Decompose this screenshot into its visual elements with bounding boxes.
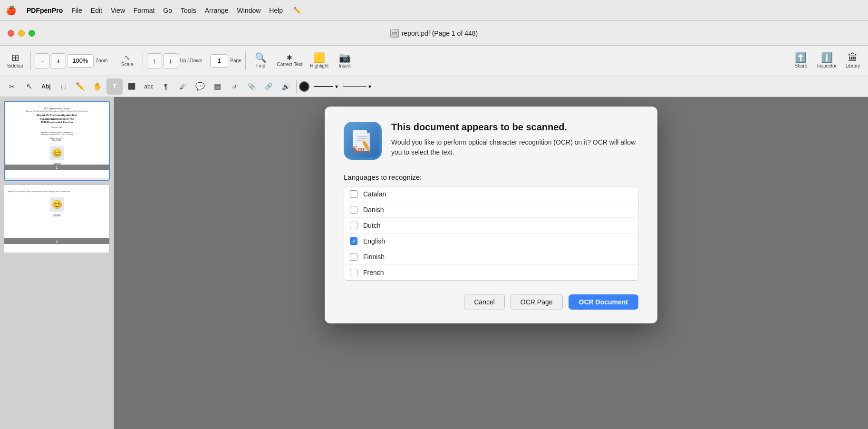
divider-5: [245, 51, 246, 70]
menu-arrange[interactable]: Arrange: [205, 7, 229, 14]
ocr-dialog: Sm This document appears to be scanned. …: [325, 107, 657, 323]
dialog-title-area: This document appears to be scanned. Wou…: [391, 122, 638, 157]
page-down-button[interactable]: ↓: [163, 53, 178, 68]
zoom-out-button[interactable]: −: [35, 53, 50, 68]
english-checkbox[interactable]: [350, 237, 357, 245]
tool-text-select[interactable]: Ab|: [38, 78, 54, 95]
color-picker[interactable]: [299, 81, 309, 92]
tool-text-para[interactable]: ¶: [158, 78, 174, 95]
lang-item-french[interactable]: French: [344, 265, 638, 280]
catalan-checkbox[interactable]: [350, 190, 357, 198]
tool-pencil[interactable]: 🖊: [175, 78, 191, 95]
lang-item-dutch[interactable]: Dutch: [344, 218, 638, 234]
thumb-footer-1: [5, 178, 109, 180]
app-name[interactable]: PDFpenPro: [27, 7, 63, 14]
pdf-content-area: -6(e): [114, 97, 868, 429]
line-style-dropdown-icon[interactable]: ▾: [368, 83, 371, 90]
tool-text-edit[interactable]: T: [106, 78, 123, 95]
finnish-checkbox[interactable]: [350, 253, 357, 261]
lang-section-label: Languages to recognize:: [344, 173, 638, 181]
correct-text-button[interactable]: ✱ Correct Text: [274, 52, 306, 69]
tool-unknown[interactable]: ✂: [4, 78, 20, 95]
tool-signature[interactable]: 𝒮: [226, 78, 242, 95]
divider-4: [206, 51, 206, 70]
menu-view[interactable]: View: [111, 7, 125, 14]
tool-pen[interactable]: ✏️: [72, 78, 88, 95]
tool-link[interactable]: 🔗: [260, 78, 277, 95]
tool-divider: [296, 80, 297, 93]
line-style-indicator: [343, 86, 366, 87]
dialog-overlay: Sm This document appears to be scanned. …: [114, 97, 868, 429]
menu-pencil-icon[interactable]: ✏️: [293, 7, 301, 14]
lang-item-danish[interactable]: Danish: [344, 202, 638, 218]
smile-icon-2: 😊: [50, 197, 64, 212]
page-group: Page: [210, 54, 241, 68]
titlebar: pdf report.pdf (Page 1 of 448): [0, 21, 868, 46]
line-dropdown-icon[interactable]: ▾: [335, 83, 338, 90]
tool-stamp[interactable]: abc: [141, 78, 157, 95]
tool-audio[interactable]: 🔊: [278, 78, 294, 95]
inspector-button[interactable]: ℹ️ Inspector: [814, 51, 839, 70]
titlebar-filename: pdf report.pdf (Page 1 of 448): [390, 29, 478, 38]
page-up-button[interactable]: ↑: [147, 53, 162, 68]
ocr-page-button[interactable]: OCR Page: [511, 294, 563, 310]
cancel-button[interactable]: Cancel: [464, 294, 505, 310]
share-label: Share: [795, 63, 808, 68]
thumb-footer-2: [4, 252, 109, 254]
tool-table[interactable]: ▤: [209, 78, 225, 95]
thumbnail-2[interactable]: Attorney Work Product // May Contain Att…: [4, 185, 110, 254]
french-checkbox[interactable]: [350, 269, 357, 276]
smile-label-2: Smile: [53, 214, 61, 217]
thumb-page-num-2: 2: [56, 239, 58, 244]
divider-2: [112, 51, 112, 70]
menu-go[interactable]: Go: [163, 7, 172, 14]
menu-help[interactable]: Help: [269, 7, 283, 14]
menu-edit[interactable]: Edit: [91, 7, 102, 14]
thumb-label-bar-2: 2: [4, 238, 109, 244]
library-button[interactable]: 🏛 Library: [841, 51, 864, 70]
scale-button[interactable]: ⤡ Scale: [116, 52, 139, 69]
menu-format[interactable]: Format: [134, 7, 154, 14]
tool-hand[interactable]: ✋: [89, 78, 106, 95]
thumbnail-1[interactable]: U.S. Department of Justice Attorney Work…: [4, 101, 110, 181]
menu-tools[interactable]: Tools: [181, 7, 196, 14]
divider-3: [143, 51, 143, 70]
page-input[interactable]: [210, 54, 228, 68]
app-icon: Sm: [344, 122, 382, 160]
sidebar-button[interactable]: ⊞ Sidebar: [4, 51, 27, 70]
tool-attachment[interactable]: 📎: [243, 78, 260, 95]
thumb-content-1: U.S. Department of Justice Attorney Work…: [8, 106, 106, 166]
insert-button[interactable]: 📷 Insert: [333, 51, 356, 70]
ocr-document-button[interactable]: OCR Document: [569, 294, 638, 310]
right-toolbar: ⬆️ Share ℹ️ Inspector 🏛 Library: [790, 51, 864, 70]
tool-marquee[interactable]: ⬚: [55, 78, 71, 95]
danish-checkbox[interactable]: [350, 206, 357, 214]
lang-item-english[interactable]: English: [344, 234, 638, 249]
zoom-in-button[interactable]: +: [51, 53, 66, 68]
tool-comment[interactable]: 💬: [192, 78, 208, 95]
dialog-header: Sm This document appears to be scanned. …: [344, 122, 638, 160]
scale-input[interactable]: [67, 54, 94, 68]
main-area: U.S. Department of Justice Attorney Work…: [0, 97, 868, 429]
danish-label: Danish: [363, 206, 384, 214]
find-icon: 🔍: [255, 53, 267, 62]
dialog-title: This document appears to be scanned.: [391, 122, 638, 133]
apple-menu[interactable]: 🍎: [6, 5, 16, 16]
close-button[interactable]: [8, 30, 14, 37]
menubar: 🍎 PDFpenPro File Edit View Format Go Too…: [0, 0, 868, 21]
dutch-checkbox[interactable]: [350, 222, 357, 229]
maximize-button[interactable]: [29, 30, 35, 37]
minimize-button[interactable]: [18, 30, 25, 37]
find-button[interactable]: 🔍 Find: [250, 51, 272, 70]
lang-item-catalan[interactable]: Catalan: [344, 186, 638, 202]
share-button[interactable]: ⬆️ Share: [790, 51, 812, 70]
tool-select-arrow[interactable]: ↖: [21, 78, 37, 95]
highlight-button[interactable]: 🟨 Highlight: [307, 51, 331, 70]
dialog-description: Would you like to perform optical charac…: [391, 137, 638, 157]
highlight-label: Highlight: [310, 63, 328, 68]
thumb-label-bar-1: 1: [5, 165, 109, 170]
tool-redact[interactable]: ⬛: [124, 78, 140, 95]
menu-file[interactable]: File: [71, 7, 82, 14]
lang-item-finnish[interactable]: Finnish: [344, 249, 638, 265]
menu-window[interactable]: Window: [237, 7, 261, 14]
